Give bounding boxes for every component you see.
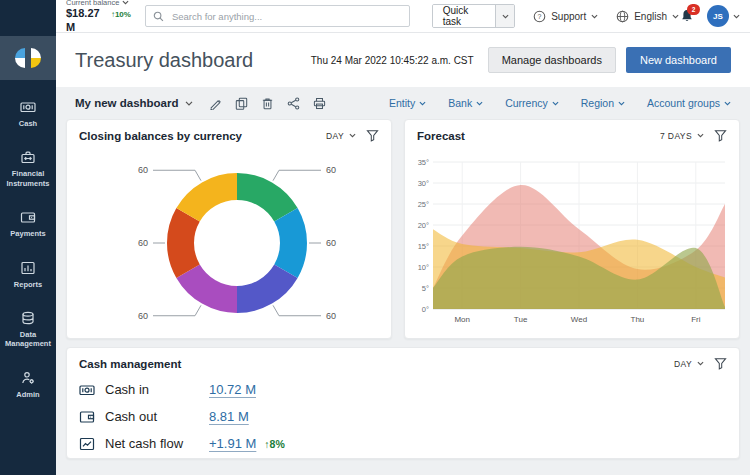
svg-text:Tue: Tue — [514, 315, 528, 324]
print-icon — [313, 97, 326, 110]
briefcase-icon — [20, 149, 36, 165]
support-menu[interactable]: ? Support — [533, 10, 598, 23]
main-area: Current balance $18.27 M ↑10% Quick task — [56, 0, 750, 459]
chevron-down-icon — [591, 14, 598, 19]
brand-logo-icon — [13, 48, 43, 68]
copy-icon — [235, 97, 248, 110]
sidebar-nav: Cash Financial Instruments Payments — [0, 80, 56, 401]
user-menu[interactable]: JS — [707, 5, 740, 27]
sidebar-item-payments[interactable]: Payments — [0, 207, 56, 240]
period-dropdown[interactable]: 7 DAYS — [660, 131, 704, 141]
cash-metrics-list: Cash in 10.72 M Cash out 8.81 M — [67, 374, 739, 457]
report-chart-icon — [20, 260, 36, 276]
support-label: Support — [551, 11, 586, 22]
new-dashboard-button[interactable]: New dashboard — [626, 47, 731, 73]
cash-out-icon — [79, 409, 95, 425]
svg-text:0°: 0° — [422, 305, 429, 314]
metric-label: Net cash flow — [105, 436, 209, 451]
print-dashboard-button[interactable] — [313, 97, 326, 110]
filter-funnel-button[interactable] — [366, 129, 379, 142]
svg-text:60: 60 — [326, 165, 336, 175]
net-cash-flow-value-link[interactable]: +1.91 M — [209, 436, 256, 451]
funnel-icon — [714, 357, 727, 370]
app-logo[interactable] — [0, 36, 56, 80]
cash-management-card: Cash management DAY Cash in — [66, 347, 740, 459]
sidebar-item-reports[interactable]: Reports — [0, 258, 56, 291]
cash-in-row: Cash in 10.72 M — [79, 376, 727, 403]
current-datetime: Thu 24 Mar 2022 10:45:22 a.m. CST — [311, 55, 474, 66]
sidebar-item-data-management[interactable]: Data Management — [0, 308, 56, 351]
search-input[interactable] — [170, 10, 402, 23]
dashboard-filters: Entity Bank Currency Region Account grou… — [389, 97, 731, 109]
page-title: Treasury dashboard — [75, 49, 311, 72]
svg-text:?: ? — [538, 12, 542, 19]
svg-text:60: 60 — [138, 238, 148, 248]
filter-bank[interactable]: Bank — [448, 97, 483, 109]
sidebar-item-label: Financial Instruments — [1, 169, 55, 188]
svg-text:60: 60 — [326, 238, 336, 248]
svg-text:30°: 30° — [418, 179, 429, 188]
manage-dashboards-button[interactable]: Manage dashboards — [488, 47, 616, 73]
filter-funnel-button[interactable] — [714, 357, 727, 370]
cash-in-value-link[interactable]: 10.72 M — [209, 382, 256, 397]
filter-label: Entity — [389, 97, 415, 109]
filter-label: Bank — [448, 97, 472, 109]
filter-region[interactable]: Region — [581, 97, 625, 109]
period-dropdown[interactable]: DAY — [674, 359, 704, 369]
global-search — [145, 5, 410, 27]
cards-area: Closing balances by currency DAY 6060606… — [56, 119, 750, 459]
quick-task-button[interactable]: Quick task — [433, 5, 495, 27]
sidebar-item-cash[interactable]: Cash — [0, 97, 56, 130]
avatar: JS — [707, 5, 729, 27]
filter-label: Currency — [505, 97, 548, 109]
svg-text:Mon: Mon — [454, 315, 470, 324]
metric-label: Cash out — [105, 409, 209, 424]
svg-text:Thu: Thu — [631, 315, 645, 324]
delete-dashboard-button[interactable] — [261, 97, 274, 110]
svg-text:20°: 20° — [418, 221, 429, 230]
language-menu[interactable]: English — [616, 10, 679, 23]
sidebar-item-label: Reports — [14, 280, 42, 289]
chevron-down-icon — [733, 14, 740, 19]
duplicate-dashboard-button[interactable] — [235, 97, 248, 110]
net-cash-flow-change: ↑8% — [264, 438, 284, 450]
notification-count-badge: 2 — [687, 4, 700, 15]
dashboard-selector[interactable]: My new dashboard — [75, 97, 193, 109]
filter-entity[interactable]: Entity — [389, 97, 426, 109]
dashboard-name: My new dashboard — [75, 97, 179, 109]
card-title: Forecast — [417, 130, 660, 142]
chevron-down-icon — [502, 14, 509, 19]
sidebar-item-financial-instruments[interactable]: Financial Instruments — [0, 147, 56, 190]
pencil-icon — [209, 97, 222, 110]
filter-account-groups[interactable]: Account groups — [647, 97, 731, 109]
notifications-button[interactable]: 2 — [679, 8, 695, 24]
banknote-icon — [20, 99, 36, 115]
dashboard-toolbar: My new dashboard — [56, 87, 750, 119]
period-dropdown[interactable]: DAY — [326, 131, 356, 141]
filter-currency[interactable]: Currency — [505, 97, 559, 109]
sidebar: Cash Financial Instruments Payments — [0, 0, 56, 475]
balance-change-badge: ↑10% — [111, 10, 131, 20]
sidebar-item-label: Admin — [16, 390, 39, 399]
cash-out-value-link[interactable]: 8.81 M — [209, 409, 249, 424]
quick-task-menu-button[interactable] — [495, 5, 514, 27]
edit-dashboard-button[interactable] — [209, 97, 222, 110]
svg-text:Fri: Fri — [691, 315, 701, 324]
language-label: English — [634, 11, 667, 22]
card-title: Cash management — [79, 358, 674, 370]
closing-balances-donut-chart: 606060606060 — [67, 146, 391, 330]
share-dashboard-button[interactable] — [287, 97, 300, 110]
card-header: Closing balances by currency DAY — [67, 120, 391, 146]
page-header: Treasury dashboard Thu 24 Mar 2022 10:45… — [56, 33, 750, 87]
chevron-down-icon — [349, 133, 356, 138]
share-icon — [287, 97, 300, 110]
metric-label: Cash in — [105, 382, 209, 397]
sidebar-item-admin[interactable]: Admin — [0, 368, 56, 401]
sidebar-item-label: Payments — [10, 229, 45, 238]
chevron-down-icon — [419, 101, 426, 106]
card-header: Cash management DAY — [67, 348, 739, 374]
wallet-icon — [20, 209, 36, 225]
filter-funnel-button[interactable] — [714, 129, 727, 142]
current-balance-dropdown[interactable]: Current balance $18.27 M ↑10% — [66, 0, 131, 34]
help-circle-icon: ? — [533, 10, 546, 23]
